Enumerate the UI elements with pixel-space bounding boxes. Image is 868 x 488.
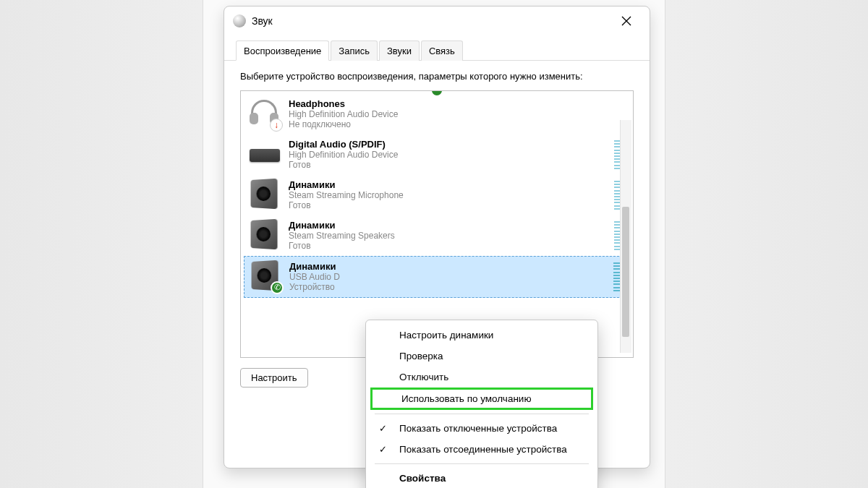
- device-row-usb-audio[interactable]: Динамики USB Audio D Устройство: [244, 256, 630, 298]
- context-menu: Настроить динамики Проверка Отключить Ис…: [365, 320, 598, 488]
- tab-communications[interactable]: Связь: [421, 40, 463, 61]
- device-status: Устройство: [289, 282, 606, 292]
- menu-properties[interactable]: Свойства: [366, 468, 597, 488]
- speaker-icon: [250, 220, 281, 252]
- device-info: Headphones High Definition Audio Device …: [289, 98, 624, 129]
- device-info: Динамики Steam Streaming Microphone Гото…: [289, 179, 607, 210]
- instruction-text: Выберите устройство воспроизведения, пар…: [240, 71, 634, 83]
- device-row-steam-speakers[interactable]: Динамики Steam Streaming Speakers Готов: [244, 215, 630, 256]
- menu-show-disabled[interactable]: Показать отключенные устройства: [366, 418, 597, 439]
- device-desc: High Definition Audio Device: [289, 150, 607, 160]
- headphones-icon: [250, 98, 281, 130]
- device-info: Динамики USB Audio D Устройство: [289, 261, 606, 292]
- menu-disable[interactable]: Отключить: [366, 367, 597, 388]
- menu-configure-speakers[interactable]: Настроить динамики: [366, 325, 597, 346]
- tab-playback[interactable]: Воспроизведение: [236, 40, 329, 61]
- window-title: Звук: [252, 15, 612, 27]
- spdif-icon: [250, 139, 281, 171]
- menu-show-disconnected[interactable]: Показать отсоединенные устройства: [366, 439, 597, 460]
- tab-sounds[interactable]: Звуки: [379, 40, 420, 61]
- device-desc: USB Audio D: [289, 272, 606, 282]
- device-info: Digital Audio (S/PDIF) High Definition A…: [289, 139, 607, 170]
- device-status: Готов: [289, 200, 607, 210]
- device-info: Динамики Steam Streaming Speakers Готов: [289, 220, 607, 251]
- speaker-icon: [250, 261, 282, 293]
- default-comm-badge-icon: [271, 281, 284, 294]
- close-icon: [621, 16, 631, 26]
- device-status: Готов: [289, 160, 607, 170]
- titlebar: Звук: [224, 7, 650, 35]
- menu-set-default[interactable]: Использовать по умолчанию: [370, 388, 593, 410]
- scrollbar-thumb[interactable]: [622, 207, 629, 337]
- device-row-spdif[interactable]: Digital Audio (S/PDIF) High Definition A…: [244, 134, 630, 175]
- device-desc: Steam Streaming Microphone: [289, 190, 607, 200]
- configure-button[interactable]: Настроить: [240, 368, 308, 388]
- device-row-headphones[interactable]: Headphones High Definition Audio Device …: [244, 94, 630, 134]
- device-status: Готов: [289, 241, 607, 251]
- menu-separator: [375, 414, 589, 414]
- menu-test[interactable]: Проверка: [366, 346, 597, 367]
- device-list[interactable]: Headphones High Definition Audio Device …: [240, 90, 634, 358]
- scrollbar[interactable]: [620, 120, 631, 353]
- device-name: Динамики: [289, 179, 607, 190]
- device-desc: High Definition Audio Device: [289, 109, 624, 119]
- device-name: Динамики: [289, 261, 606, 272]
- device-name: Динамики: [289, 220, 607, 231]
- device-status: Не подключено: [289, 119, 624, 129]
- tab-recording[interactable]: Запись: [331, 40, 378, 61]
- device-desc: Steam Streaming Speakers: [289, 231, 607, 241]
- speaker-icon: [250, 179, 281, 211]
- device-name: Headphones: [289, 98, 624, 109]
- device-row-steam-mic[interactable]: Динамики Steam Streaming Microphone Гото…: [244, 175, 630, 215]
- close-button[interactable]: [612, 9, 641, 33]
- unplugged-badge-icon: [270, 119, 283, 132]
- device-name: Digital Audio (S/PDIF): [289, 139, 607, 150]
- menu-separator: [375, 463, 589, 464]
- tab-bar: Воспроизведение Запись Звуки Связь: [224, 40, 650, 61]
- sound-icon: [233, 14, 246, 27]
